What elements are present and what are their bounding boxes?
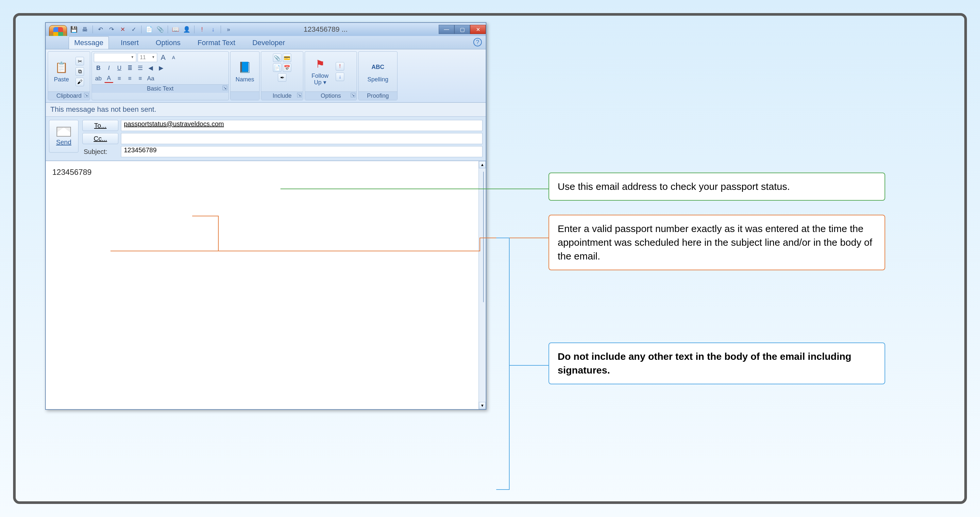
font-size-combo[interactable]: 11 ▼: [138, 53, 157, 62]
group-options: ⚑ Follow Up ▾ ! ↓ Options ↘: [305, 51, 357, 100]
cc-button[interactable]: Cc...: [83, 133, 118, 144]
chevron-down-icon: ▼: [131, 55, 135, 60]
bullet-list-icon[interactable]: ≣: [125, 64, 134, 73]
spelling-label: Spelling: [368, 76, 388, 83]
window-title: 123456789 ...: [232, 25, 439, 33]
group-basic-text: ▼ 11 ▼ A A B I U ≣ ☰: [92, 51, 229, 100]
align-center-icon[interactable]: ≡: [125, 74, 134, 83]
message-body[interactable]: 123456789: [46, 161, 479, 409]
followup-button[interactable]: ⚑ Follow Up ▾: [307, 54, 333, 89]
dialog-launcher-icon[interactable]: ↘: [297, 93, 302, 97]
delete-icon[interactable]: ✕: [119, 26, 126, 33]
ribbon-tabs: Message Insert Options Format Text Devel…: [46, 36, 486, 49]
font-color-icon[interactable]: A: [104, 74, 113, 83]
send-button[interactable]: Send: [49, 120, 78, 153]
print-icon[interactable]: 🖶: [81, 26, 89, 33]
importance-low-icon[interactable]: ↓: [336, 73, 344, 81]
scrollbar: ▲ ▼: [479, 161, 486, 409]
attach-file-icon[interactable]: 📎: [273, 54, 282, 62]
cut-icon[interactable]: ✂: [75, 57, 84, 65]
signature-icon[interactable]: ✒: [278, 73, 286, 82]
outdent-icon[interactable]: ◀: [146, 64, 155, 73]
tab-developer[interactable]: Developer: [247, 37, 290, 49]
scroll-down-icon[interactable]: ▼: [479, 402, 486, 409]
more-commands-icon[interactable]: »: [225, 26, 232, 33]
dialog-launcher-icon[interactable]: ↘: [223, 86, 227, 90]
close-button[interactable]: ✕: [470, 25, 486, 34]
cc-field[interactable]: [121, 133, 482, 144]
spellcheck-icon[interactable]: ✓: [130, 26, 137, 33]
callout-text: Enter a valid passport number exactly as…: [558, 223, 872, 261]
book-icon[interactable]: 📖: [172, 26, 179, 33]
importance-high-icon[interactable]: !: [199, 26, 205, 33]
ribbon: 📋 Paste ✂ ⧉ 🖌 Clipboard ↘: [46, 49, 486, 103]
title-bar: 💾 🖶 ↶ ↷ ✕ ✓ 📄 📎 📖 👤 ! ↓ » 123456789 ...: [46, 23, 486, 36]
spelling-button[interactable]: ABC Spelling: [366, 54, 389, 89]
help-icon[interactable]: ?: [473, 38, 482, 46]
office-logo-icon: [53, 27, 63, 37]
calendar-icon[interactable]: 📅: [283, 64, 291, 72]
tab-format-text[interactable]: Format Text: [192, 37, 240, 49]
shrink-font-icon[interactable]: A: [169, 53, 178, 62]
paste-button[interactable]: 📋 Paste: [50, 54, 73, 89]
redo-icon[interactable]: ↷: [108, 26, 115, 33]
message-header: Send To... passportstatus@ustraveldocs.c…: [46, 117, 486, 161]
separator: [141, 25, 142, 33]
grow-font-icon[interactable]: A: [159, 53, 168, 62]
dialog-launcher-icon[interactable]: ↘: [351, 93, 355, 97]
save-icon[interactable]: 💾: [70, 26, 78, 33]
tab-options[interactable]: Options: [150, 37, 186, 49]
underline-button[interactable]: U: [115, 64, 124, 73]
include-group-label: Include ↘: [261, 92, 303, 100]
business-card-icon[interactable]: 💳: [283, 54, 291, 62]
group-names: 📘 Names: [230, 51, 259, 100]
to-value: passportstatus@ustraveldocs.com: [124, 120, 224, 127]
undo-icon[interactable]: ↶: [97, 26, 104, 33]
page-frame: 💾 🖶 ↶ ↷ ✕ ✓ 📄 📎 📖 👤 ! ↓ » 123456789 ...: [13, 13, 967, 504]
scroll-up-icon[interactable]: ▲: [479, 161, 486, 168]
copy-icon[interactable]: ⧉: [75, 67, 84, 76]
separator: [194, 25, 194, 33]
callout-text: Do not include any other text in the bod…: [558, 351, 851, 375]
importance-low-icon[interactable]: ↓: [210, 26, 217, 33]
callout-text: Use this email address to check your pas…: [558, 181, 790, 192]
body-text: 123456789: [52, 168, 92, 177]
italic-button[interactable]: I: [104, 64, 113, 73]
page-icon[interactable]: 📄: [145, 26, 153, 33]
font-size-value: 11: [140, 54, 146, 60]
dialog-launcher-icon[interactable]: ↘: [84, 93, 89, 97]
separator: [92, 25, 93, 33]
subject-field[interactable]: 123456789: [121, 146, 482, 157]
message-status: This message has not been sent.: [46, 103, 486, 117]
chevron-down-icon: ▼: [152, 55, 156, 60]
permission-icon[interactable]: 👤: [183, 26, 190, 33]
group-clipboard: 📋 Paste ✂ ⧉ 🖌 Clipboard ↘: [48, 51, 90, 100]
minimize-button[interactable]: —: [439, 25, 454, 34]
attach-icon[interactable]: 📎: [157, 26, 164, 33]
format-painter-icon[interactable]: 🖌: [75, 78, 84, 86]
separator: [168, 25, 168, 33]
align-left-icon[interactable]: ≡: [115, 74, 124, 83]
bold-button[interactable]: B: [94, 64, 103, 73]
importance-high-icon[interactable]: !: [336, 62, 344, 71]
tab-insert[interactable]: Insert: [115, 37, 144, 49]
clear-formatting-icon[interactable]: Aa: [146, 74, 155, 83]
align-right-icon[interactable]: ≡: [136, 74, 145, 83]
scroll-thumb[interactable]: [483, 172, 484, 302]
names-button[interactable]: 📘 Names: [233, 54, 256, 89]
attach-item-icon[interactable]: 📄: [273, 64, 282, 72]
names-label: Names: [235, 76, 254, 83]
number-list-icon[interactable]: ☰: [136, 64, 145, 73]
options-group-label: Options ↘: [305, 92, 356, 100]
font-family-combo[interactable]: ▼: [94, 53, 136, 62]
tab-message[interactable]: Message: [68, 36, 109, 49]
to-field[interactable]: passportstatus@ustraveldocs.com: [121, 120, 482, 131]
clipboard-group-label: Clipboard ↘: [48, 92, 90, 100]
to-button[interactable]: To...: [83, 120, 118, 131]
maximize-button[interactable]: ▢: [454, 25, 470, 34]
indent-icon[interactable]: ▶: [157, 64, 166, 73]
group-include: 📎 💳 📄 📅 ✒ Include ↘: [261, 51, 303, 100]
group-proofing: ABC Spelling Proofing: [358, 51, 398, 100]
chevron-down-icon: ▾: [323, 79, 326, 86]
highlight-icon[interactable]: ab: [94, 74, 103, 83]
